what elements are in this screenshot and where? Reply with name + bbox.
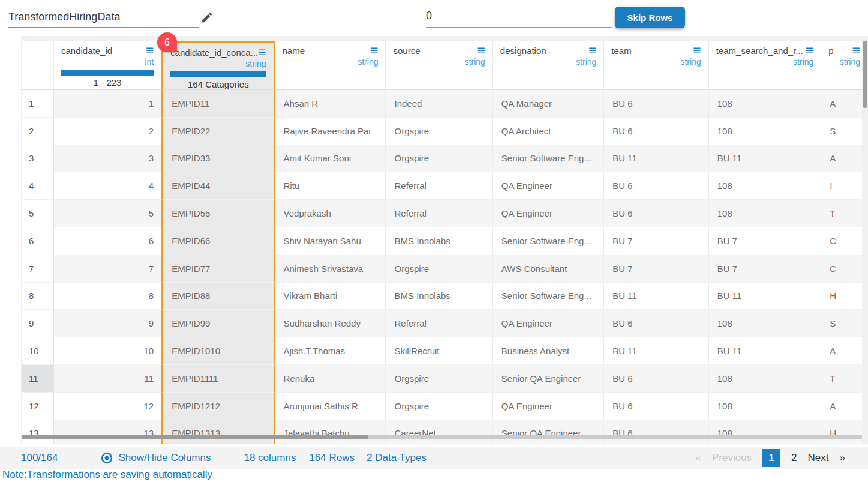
- row-index[interactable]: 9: [22, 310, 54, 337]
- row-index[interactable]: 4: [22, 172, 54, 200]
- column-header-team_search_and_r[interactable]: team_search_and_r...≡string: [709, 41, 822, 90]
- dataset-name-input[interactable]: TransformedHiringData: [8, 10, 199, 28]
- table-cell: QA Engineer: [493, 172, 604, 200]
- column-header-candidate_id[interactable]: candidate_id≡int1 - 223: [54, 41, 161, 90]
- transform-count-badge[interactable]: 6: [157, 32, 177, 52]
- table-cell: BMS Innolabs: [386, 227, 492, 255]
- skip-rows-button[interactable]: Skip Rows: [615, 7, 685, 28]
- pagination-next-button[interactable]: Next: [808, 452, 829, 464]
- column-type-label: string: [611, 57, 701, 68]
- row-index[interactable]: 13: [22, 420, 54, 444]
- row-index[interactable]: 7: [22, 255, 54, 283]
- table-cell: BU 6: [604, 172, 708, 200]
- pagination-page-2-button[interactable]: 2: [791, 452, 797, 464]
- skip-rows-input[interactable]: 0: [426, 8, 612, 28]
- edit-pencil-icon[interactable]: [200, 11, 214, 24]
- table-cell: Orgspire: [386, 118, 492, 145]
- table-cell: QA Engineer: [493, 310, 604, 337]
- column-header-name[interactable]: name≡string: [275, 41, 386, 90]
- table-cell: Indeed: [386, 90, 492, 118]
- table-row: 11EMPID11Ahsan RIndeedQA ManagerBU 6108A: [22, 90, 868, 118]
- column-header-team[interactable]: team≡string: [604, 41, 708, 90]
- pagination-next-arrow[interactable]: »: [840, 452, 845, 464]
- column-menu-icon[interactable]: ≡: [146, 46, 154, 55]
- table-cell: C: [821, 255, 868, 283]
- row-index[interactable]: 1: [22, 90, 54, 118]
- column-menu-icon[interactable]: ≡: [370, 46, 378, 55]
- column-header-source[interactable]: source≡string: [386, 41, 492, 90]
- pagination-page-1-button[interactable]: 1: [762, 449, 780, 467]
- row-index[interactable]: 5: [22, 200, 54, 227]
- table-cell: Vedprakash: [275, 200, 386, 227]
- row-index[interactable]: 8: [22, 283, 54, 310]
- table-cell: 108: [709, 118, 822, 145]
- column-menu-icon[interactable]: ≡: [588, 46, 596, 55]
- row-index[interactable]: 10: [22, 337, 54, 365]
- pagination: « Previous 1 2 Next »: [695, 449, 845, 467]
- column-summary: 164 Catagories: [170, 79, 266, 89]
- table-cell: 108: [709, 310, 822, 337]
- table-cell: 7: [54, 255, 161, 283]
- table-cell: Renuka: [275, 365, 386, 393]
- pagination-previous-button[interactable]: Previous: [712, 452, 752, 464]
- table-cell: BU 6: [604, 365, 708, 393]
- vertical-scrollbar[interactable]: [862, 41, 868, 444]
- horizontal-scrollbar[interactable]: [22, 435, 863, 439]
- table-cell: Ajish.T.Thomas: [275, 337, 386, 365]
- show-hide-columns-label: Show/Hide Columns: [118, 452, 211, 464]
- column-menu-icon[interactable]: ≡: [477, 46, 485, 55]
- table-cell: BU 11: [709, 145, 822, 173]
- column-header-p[interactable]: p≡string: [821, 41, 868, 90]
- table-cell: EMPID1313: [161, 420, 275, 444]
- row-index[interactable]: 6: [22, 227, 54, 255]
- table-cell: BU 6: [604, 310, 708, 337]
- table-cell: BU 7: [709, 255, 822, 283]
- table-row: 77EMPID77Animesh SrivastavaOrgspireAWS C…: [22, 255, 868, 283]
- column-menu-icon[interactable]: ≡: [852, 46, 860, 55]
- horizontal-scrollbar-thumb[interactable]: [22, 435, 368, 439]
- column-header-candidate_id_conca[interactable]: candidate_id_conca...≡string164 Catagori…: [161, 41, 275, 90]
- row-index[interactable]: 3: [22, 145, 54, 173]
- row-index[interactable]: 2: [22, 118, 54, 145]
- table-row: 33EMPID33Amit Kumar SoniOrgspireSenior S…: [22, 145, 868, 173]
- data-grid: candidate_id≡int1 - 223candidate_id_conc…: [21, 36, 868, 444]
- vertical-scrollbar-thumb[interactable]: [863, 41, 867, 108]
- table-row: 44EMPID44RituReferralQA EngineerBU 6108I: [22, 172, 868, 200]
- column-header-designation[interactable]: designation≡string: [493, 41, 604, 90]
- eye-icon: [101, 452, 113, 464]
- table-cell: S: [821, 118, 868, 145]
- table-cell: EMPID11: [161, 90, 275, 118]
- table-cell: EMPID44: [161, 172, 275, 200]
- row-index[interactable]: 11: [22, 365, 54, 393]
- table-cell: Senior QA Engineer: [493, 365, 604, 393]
- table-cell: EMPID1212: [161, 393, 275, 420]
- table-cell: QA Engineer: [493, 393, 604, 420]
- table-cell: Orgspire: [386, 365, 492, 393]
- show-hide-columns-button[interactable]: Show/Hide Columns: [101, 452, 211, 464]
- column-menu-icon[interactable]: ≡: [258, 47, 266, 57]
- table-cell: A: [821, 145, 868, 173]
- table-cell: BU 11: [709, 283, 822, 310]
- column-menu-icon[interactable]: ≡: [806, 46, 813, 55]
- table-cell: BU 11: [709, 337, 822, 365]
- table-cell: EMPID1010: [161, 337, 275, 365]
- row-index[interactable]: 12: [22, 393, 54, 420]
- table-cell: Ritu: [275, 172, 386, 200]
- table-cell: EMPID33: [161, 145, 275, 173]
- table-cell: 13: [54, 420, 161, 444]
- column-name: candidate_id_conca...: [170, 47, 258, 58]
- table-cell: 1: [54, 90, 161, 118]
- pagination-prev-arrow[interactable]: «: [695, 452, 701, 464]
- table-cell: 108: [709, 90, 822, 118]
- column-type-label: string: [828, 57, 860, 68]
- table-cell: BU 6: [604, 118, 708, 145]
- table-cell: Senior QA Engineer: [493, 420, 604, 444]
- table-cell: BMS Innolabs: [386, 283, 492, 310]
- column-name: candidate_id: [61, 46, 112, 56]
- column-name: name: [283, 46, 305, 56]
- column-name: designation: [500, 46, 546, 56]
- table-cell: Referral: [386, 172, 492, 200]
- column-menu-icon[interactable]: ≡: [693, 46, 701, 55]
- table-row: 1212EMPID1212Arunjunai Sathis ROrgspireQ…: [22, 393, 868, 420]
- table-cell: BU 6: [604, 393, 708, 420]
